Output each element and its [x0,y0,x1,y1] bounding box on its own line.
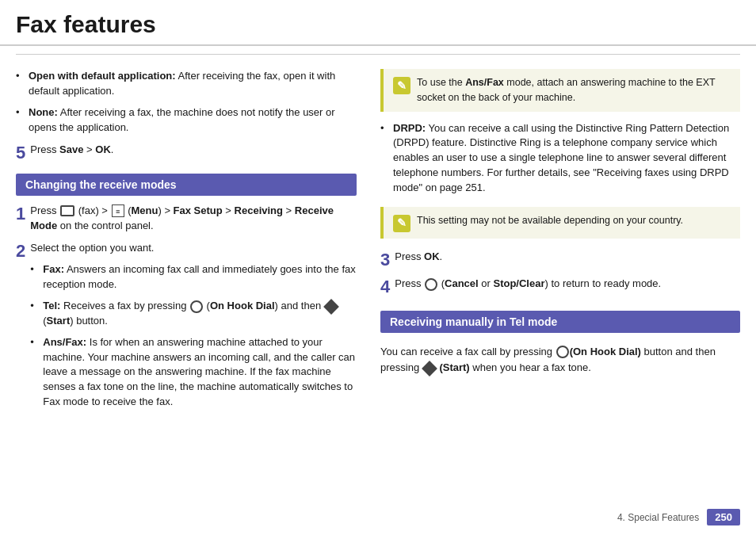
step4-sep: or [479,277,494,289]
step-3-row: 3 Press OK. [380,250,740,270]
drpd-term: DRPD: [393,122,426,134]
step-2-content: Select the option you want. Fax: Answers… [30,241,357,415]
note1-bold: Ans/Fax [465,77,504,88]
note-box-1: ✎ To use the Ans/Fax mode, attach an ans… [380,69,740,112]
page-number-badge: 250 [707,509,740,525]
step4-bold1: Cancel [445,277,479,289]
list-item-fax: Fax: Answers an incoming fax call and im… [30,262,357,292]
step-2-intro: Select the option you want. [30,241,357,256]
fax-text: Answers an incoming fax call and immedia… [43,263,356,290]
note-text-2: This setting may not be available depend… [417,213,731,228]
step4-text-after: ) to return to ready mode. [545,277,662,289]
section-receiving-tel-mode-header: Receiving manually in Tel mode [380,311,740,333]
note1-text-before: To use the [417,77,465,88]
step-2-row: 2 Select the option you want. Fax: Answe… [16,241,357,415]
page: Fax features Open with default applicati… [0,0,756,535]
bullet-term: Open with default application: [29,70,176,82]
list-item: None: After receiving a fax, the machine… [16,105,357,136]
note-text-1: To use the Ans/Fax mode, attach an answe… [417,75,731,105]
ansfax-term: Ans/Fax: [43,336,86,348]
right-column: ✎ To use the Ans/Fax mode, attach an ans… [372,63,756,430]
title-divider [16,54,740,55]
step-1-content: Press (fax) > ≡ (Menu) > Fax Setup > Rec… [30,204,357,234]
step3-text-before: Press [395,250,424,262]
left-column: Open with default application: After rec… [0,63,372,430]
step-5-sep: > [83,143,95,155]
tel-text-part1: Receives a fax by pressing [63,300,189,311]
cancel-button-icon [425,278,437,291]
content-area: Open with default application: After rec… [0,63,756,430]
step-1-number: 1 [16,204,25,224]
tel-para-bold2: (Start) [439,361,469,373]
fax-term: Fax: [43,263,64,275]
tel-term: Tel: [43,300,60,311]
step3-bold: OK [424,250,440,262]
step-5-bold1: Save [59,143,83,155]
tel-mode-paragraph: You can receive a fax call by pressing (… [380,344,740,377]
step-4-number: 4 [380,277,390,297]
list-item-ansfax: Ans/Fax: Is for when an answering machin… [30,335,357,410]
step-2-number: 2 [16,241,25,262]
page-title: Fax features [0,0,756,46]
faxsetup-bold: Fax Setup [174,204,223,216]
on-hook-dial-icon [190,300,203,313]
step-5-bold2: OK [95,143,111,155]
step-4-content: Press (Cancel or Stop/Clear) to return t… [395,277,740,292]
step3-text-after: . [440,250,443,262]
step-1-row: 1 Press (fax) > ≡ (Menu) > Fax Setup > R… [16,204,357,234]
receiving-bold: Receiving [235,204,283,216]
note-icon-2: ✎ [393,215,410,232]
list-item: Open with default application: After rec… [16,69,357,99]
tel-para-before: You can receive a fax call by pressing [380,346,556,357]
bullet-term: None: [29,106,58,118]
ansfax-text: Is for when an answering machine attache… [43,336,355,407]
menu-icon: ≡ [112,204,124,217]
menu-bold: Menu [131,204,158,216]
on-hook-dial-icon-2 [556,346,569,358]
tel-para-after: when you hear a fax tone. [470,361,591,373]
step-5-text-before: Press [30,143,59,155]
step-4-row: 4 Press (Cancel or Stop/Clear) to return… [380,277,740,297]
step-5-text-after: . [111,143,114,155]
start-bold-tel: Start [47,315,71,327]
list-item-drpd: DRPD: You can receive a call using the D… [380,121,740,196]
step-5-row: 5 Press Save > OK. [16,143,357,163]
footer-label: 4. Special Features [617,512,699,523]
drpd-text: You can receive a call using the Distinc… [393,122,729,193]
page-footer: 4. Special Features 250 [617,509,740,525]
tel-para-bold1: (On Hook Dial) [570,346,641,357]
start-icon-2 [422,361,437,376]
on-hook-dial-bold: On Hook Dial [210,300,275,311]
start-icon-tel [323,299,339,315]
step-5-number: 5 [16,143,25,163]
step4-bold2: Stop/Clear [493,277,544,289]
fax-icon [60,205,74,216]
bullet-text: After receiving a fax, the machine does … [29,106,335,133]
step-5-content: Press Save > OK. [30,143,357,158]
step-3-number: 3 [380,250,390,270]
note-icon-1: ✎ [393,77,410,94]
step-3-content: Press OK. [395,250,740,265]
note-box-2: ✎ This setting may not be available depe… [380,207,740,239]
list-item-tel: Tel: Receives a fax by pressing (On Hook… [30,299,357,329]
step4-text-before: Press [395,277,424,289]
section-changing-receive-modes-header: Changing the receive modes [16,174,357,196]
